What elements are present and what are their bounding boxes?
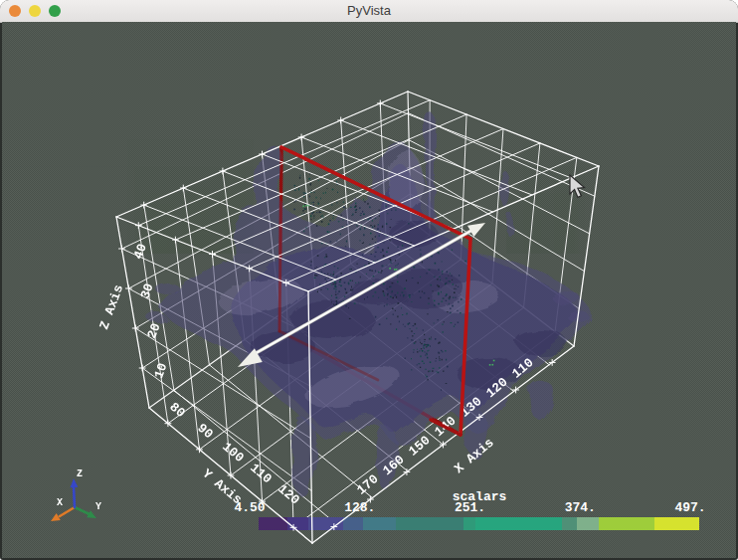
svg-text:10: 10 — [151, 361, 170, 381]
scalar-bar-segment — [599, 517, 654, 530]
scalar-bar-segment — [363, 517, 396, 530]
svg-text:Y Axis: Y Axis — [199, 467, 245, 508]
scalar-bar-segment — [343, 517, 363, 530]
render-viewport[interactable]: scalars4.50128.251.374.497.10203040Z Axi… — [2, 22, 736, 558]
svg-text:20: 20 — [144, 321, 163, 341]
scalar-bar-segment — [396, 517, 463, 530]
orientation-axes-widget[interactable]: XYZ — [51, 468, 101, 521]
scalar-bar-segment — [654, 517, 699, 530]
svg-text:X: X — [57, 497, 63, 508]
pyvista-window: PyVista scalars4.50128.251.374.497.10203… — [0, 0, 738, 560]
svg-text:90: 90 — [194, 421, 216, 443]
svg-text:30: 30 — [137, 281, 156, 301]
window-title: PyVista — [0, 0, 738, 22]
svg-text:Z: Z — [77, 468, 83, 479]
svg-text:251.: 251. — [455, 500, 485, 515]
svg-text:374.: 374. — [565, 500, 596, 515]
scalar-bar-segment — [287, 517, 308, 530]
svg-text:Z Axis: Z Axis — [96, 282, 126, 331]
scalar-bar-segment — [577, 517, 599, 530]
arrow-cone[interactable] — [71, 478, 79, 487]
svg-text:Y: Y — [95, 501, 101, 512]
scalar-bar-segment — [562, 517, 577, 530]
scalar-bar-segment — [475, 517, 562, 530]
svg-text:497.: 497. — [674, 500, 705, 515]
title-bar[interactable]: PyVista — [0, 0, 738, 23]
svg-text:80: 80 — [166, 400, 188, 422]
svg-text:100: 100 — [219, 440, 247, 467]
svg-text:110: 110 — [247, 461, 275, 487]
svg-text:40: 40 — [130, 242, 149, 262]
scalar-bar-segment — [463, 517, 475, 530]
